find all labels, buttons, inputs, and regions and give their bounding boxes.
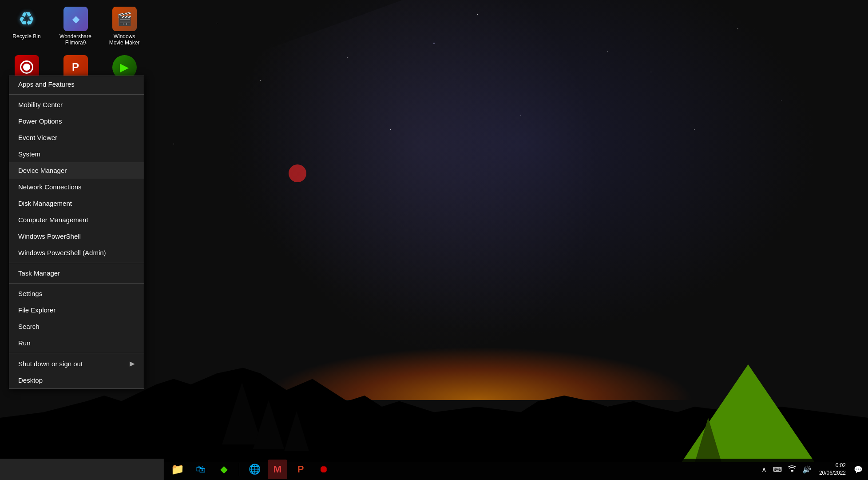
menu-item-search[interactable]: Search — [9, 318, 144, 335]
cursor-indicator — [289, 164, 306, 182]
menu-item-power-options[interactable]: Power Options — [9, 113, 144, 129]
taskbar-record[interactable]: ⏺ — [314, 460, 333, 479]
notification-center-icon[interactable]: 💬 — [852, 464, 864, 476]
menu-item-shut-down[interactable]: Shut down or sign out ▶ — [9, 355, 144, 372]
clock-time: 0:02 — [819, 462, 846, 469]
desktop-icon-row-1: ♻ Recycle Bin ◆ WondershareFilmora9 🎬 Wi… — [7, 7, 144, 46]
taskbar-divider-1 — [239, 463, 239, 476]
menu-separator-4 — [9, 353, 144, 353]
filmora9-label: WondershareFilmora9 — [59, 33, 91, 46]
recycle-bin-label: Recycle Bin — [12, 33, 40, 40]
taskbar-maps[interactable]: M — [268, 460, 287, 479]
menu-item-windows-powershell[interactable]: Windows PowerShell — [9, 228, 144, 244]
menu-item-desktop[interactable]: Desktop — [9, 372, 144, 388]
menu-separator-1 — [9, 94, 144, 95]
menu-item-mobility-center[interactable]: Mobility Center — [9, 96, 144, 113]
taskbar-file-explorer[interactable]: 📁 — [168, 460, 187, 479]
submenu-arrow-icon: ▶ — [130, 360, 135, 368]
taskbar: 📁 🛍 ◆ 🌐 M — [0, 459, 868, 480]
menu-item-device-manager[interactable]: Device Manager — [9, 162, 144, 179]
keyboard-icon[interactable]: ⌨ — [771, 464, 784, 474]
taskbar-app-icons: 📁 🛍 ◆ 🌐 M — [168, 460, 333, 479]
menu-separator-3 — [9, 283, 144, 284]
menu-item-network-connections[interactable]: Network Connections — [9, 179, 144, 195]
menu-item-run[interactable]: Run — [9, 335, 144, 351]
svg-rect-2 — [791, 470, 793, 472]
taskbar-search-bar[interactable] — [0, 459, 164, 480]
menu-item-apps-features[interactable]: Apps and Features — [9, 76, 144, 92]
taskbar-system-tray: ∧ ⌨ 🔊 0:02 — [760, 462, 868, 477]
tree-silhouette-3 — [284, 411, 309, 462]
win-x-context-menu: Apps and Features Mobility Center Power … — [9, 76, 144, 389]
menu-item-file-explorer[interactable]: File Explorer — [9, 302, 144, 318]
system-clock[interactable]: 0:02 20/06/2022 — [816, 462, 849, 477]
show-hidden-icons-button[interactable]: ∧ — [760, 464, 769, 475]
menu-item-event-viewer[interactable]: Event Viewer — [9, 129, 144, 146]
tree-silhouette-2 — [253, 400, 284, 462]
menu-separator-2 — [9, 263, 144, 263]
menu-item-disk-management[interactable]: Disk Management — [9, 195, 144, 212]
movie-maker-label: WindowsMovie Maker — [109, 33, 140, 46]
menu-item-task-manager[interactable]: Task Manager — [9, 265, 144, 281]
menu-item-computer-management[interactable]: Computer Management — [9, 212, 144, 228]
desktop-icons-container: ♻ Recycle Bin ◆ WondershareFilmora9 🎬 Wi… — [0, 0, 151, 88]
wondershare-filmora9-icon[interactable]: ◆ WondershareFilmora9 — [55, 7, 95, 46]
recycle-bin-image: ♻ — [15, 7, 39, 31]
volume-icon[interactable]: 🔊 — [801, 464, 813, 475]
desktop-background: ♻ Recycle Bin ◆ WondershareFilmora9 🎬 Wi… — [0, 0, 868, 480]
recycle-bin-icon[interactable]: ♻ Recycle Bin — [7, 7, 47, 46]
taskbar-microsoft-store[interactable]: 🛍 — [191, 460, 210, 479]
taskbar-edge[interactable]: 🌐 — [245, 460, 264, 479]
taskbar-powerpoint[interactable]: P — [291, 460, 310, 479]
windows-movie-maker-icon[interactable]: 🎬 WindowsMovie Maker — [104, 7, 144, 46]
taskbar-green-app[interactable]: ◆ — [214, 460, 234, 479]
menu-item-system[interactable]: System — [9, 146, 144, 162]
tent-silhouette — [682, 364, 815, 462]
menu-item-settings[interactable]: Settings — [9, 285, 144, 302]
menu-item-windows-powershell-admin[interactable]: Windows PowerShell (Admin) — [9, 244, 144, 261]
clock-date: 20/06/2022 — [819, 469, 846, 477]
network-icon[interactable] — [786, 464, 798, 474]
filmora9-image: ◆ — [63, 7, 88, 31]
movie-maker-image: 🎬 — [112, 7, 137, 31]
